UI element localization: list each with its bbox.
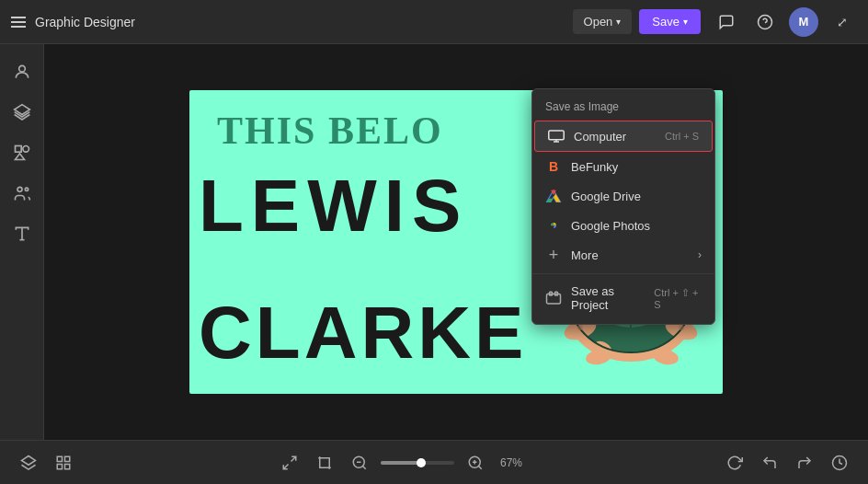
dropdown-section-label: Save as Image xyxy=(532,95,714,121)
refresh-button[interactable] xyxy=(721,449,748,477)
zoom-out-button[interactable] xyxy=(346,449,373,477)
svg-marker-37 xyxy=(22,455,36,465)
redo-button[interactable] xyxy=(791,449,818,477)
sidebar-icon-text[interactable] xyxy=(6,217,39,250)
toolbar-right xyxy=(721,449,853,477)
header-left: Graphic Designer xyxy=(11,15,562,29)
svg-point-30 xyxy=(679,325,684,330)
computer-icon xyxy=(548,128,565,144)
gdrive-icon xyxy=(545,188,562,204)
zoom-slider[interactable] xyxy=(381,461,454,465)
save-project-shortcut: Ctrl + ⇧ + S xyxy=(654,287,702,310)
layers-toggle-button[interactable] xyxy=(15,449,42,477)
dropdown-item-gphotos[interactable]: Google Photos xyxy=(532,211,714,240)
save-dropdown: Save as Image Computer Ctrl + S B BeFunk… xyxy=(531,88,715,325)
save-project-label: Save as Project xyxy=(571,284,645,312)
dropdown-item-befunky[interactable]: B BeFunky xyxy=(532,152,714,181)
toolbar-center: 67% xyxy=(276,449,522,477)
svg-rect-39 xyxy=(65,456,70,461)
save-project-icon xyxy=(545,290,562,306)
svg-point-29 xyxy=(577,325,583,330)
expand-button[interactable]: ⤢ xyxy=(828,7,857,37)
grid-toggle-button[interactable] xyxy=(50,449,77,477)
svg-rect-34 xyxy=(547,294,561,305)
app-title: Graphic Designer xyxy=(35,15,135,29)
canvas-text-lewis: LEWIS xyxy=(199,164,468,248)
svg-line-45 xyxy=(362,466,365,468)
crop-button[interactable] xyxy=(311,449,338,477)
open-button[interactable]: Open ▾ xyxy=(573,9,633,34)
user-avatar[interactable]: M xyxy=(789,7,818,37)
svg-line-48 xyxy=(478,466,481,468)
svg-rect-40 xyxy=(57,464,62,468)
more-plus-icon: + xyxy=(545,247,562,263)
svg-point-8 xyxy=(25,188,28,190)
zoom-in-button[interactable] xyxy=(462,449,489,477)
svg-line-42 xyxy=(291,456,295,461)
zoom-percentage: 67% xyxy=(500,456,522,469)
befunky-label: BeFunky xyxy=(571,160,618,174)
header-center: Open ▾ Save ▾ xyxy=(573,9,701,34)
gphotos-icon xyxy=(545,217,562,234)
dropdown-item-gdrive[interactable]: Google Drive xyxy=(532,181,714,211)
sidebar-icon-team[interactable] xyxy=(6,177,39,210)
svg-rect-41 xyxy=(65,464,70,468)
more-label: More xyxy=(571,248,599,262)
zoom-fill xyxy=(381,461,421,465)
main-area: THIS BELO LEWIS CLARKE xyxy=(0,44,868,440)
header: Graphic Designer Open ▾ Save ▾ M ⤢ xyxy=(0,0,868,44)
befunky-icon: B xyxy=(545,158,562,175)
canvas-text-top: THIS BELO xyxy=(217,109,443,153)
save-chevron-icon: ▾ xyxy=(683,17,688,27)
svg-rect-4 xyxy=(15,146,21,153)
dropdown-item-save-project[interactable]: Save as Project Ctrl + ⇧ + S xyxy=(532,278,714,318)
dropdown-item-computer[interactable]: Computer Ctrl + S xyxy=(534,121,713,152)
fit-screen-button[interactable] xyxy=(276,449,303,477)
more-arrow-icon: › xyxy=(698,248,702,261)
bottom-toolbar: 67% xyxy=(0,440,868,484)
canvas-text-clarke: CLARKE xyxy=(199,291,527,375)
help-button[interactable] xyxy=(750,7,780,37)
chat-button[interactable] xyxy=(712,7,741,37)
svg-point-5 xyxy=(22,146,29,153)
sidebar-icon-layers[interactable] xyxy=(6,96,39,129)
sidebar-icon-shapes[interactable] xyxy=(6,136,39,169)
computer-label: Computer xyxy=(574,130,626,144)
dropdown-divider xyxy=(532,273,714,274)
svg-rect-38 xyxy=(57,456,62,461)
header-right: M ⤢ xyxy=(712,7,857,37)
gdrive-label: Google Drive xyxy=(571,190,641,203)
sidebar xyxy=(0,44,44,440)
sidebar-icon-profile[interactable] xyxy=(6,55,39,88)
gphotos-label: Google Photos xyxy=(571,219,650,233)
svg-point-7 xyxy=(17,187,22,191)
canvas-area: THIS BELO LEWIS CLARKE xyxy=(44,44,868,440)
open-chevron-icon: ▾ xyxy=(616,17,621,27)
svg-marker-6 xyxy=(15,154,24,160)
history-button[interactable] xyxy=(826,449,853,477)
chat-icon xyxy=(718,14,735,30)
zoom-thumb xyxy=(417,458,426,467)
svg-line-43 xyxy=(283,464,288,468)
dropdown-item-more[interactable]: + More › xyxy=(532,240,714,270)
svg-rect-31 xyxy=(549,131,565,140)
computer-shortcut: Ctrl + S xyxy=(665,131,699,142)
undo-button[interactable] xyxy=(756,449,783,477)
hamburger-icon[interactable] xyxy=(11,17,26,28)
help-icon xyxy=(757,14,773,30)
toolbar-left xyxy=(15,449,77,477)
save-button[interactable]: Save ▾ xyxy=(639,9,701,34)
svg-point-2 xyxy=(18,65,25,72)
